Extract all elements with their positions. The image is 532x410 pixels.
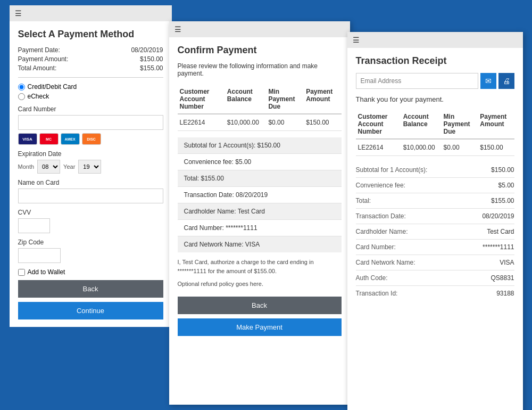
r-cardholder-row: Cardholder Name: Test Card <box>356 224 514 240</box>
r-cardnum-row: Card Number: *******1111 <box>356 240 514 255</box>
visa-logo: VISA <box>18 133 37 145</box>
email-input[interactable] <box>356 73 478 89</box>
radio-echeck-label: eCheck <box>28 93 49 100</box>
name-label: Name on Card <box>18 179 163 186</box>
wallet-checkbox[interactable] <box>18 269 25 276</box>
payment-type-group: Credit/Debit Card eCheck <box>18 83 163 100</box>
r-network-row: Card Network Name: VISA <box>356 255 514 270</box>
r-auth-row: Auth Code: QS8831 <box>356 270 514 286</box>
auth-text: I, Test Card, authorize a charge to the … <box>178 252 342 278</box>
hamburger-bar-2: ☰ <box>169 21 350 37</box>
total-amount-value: $155.00 <box>140 64 163 72</box>
total-row: Total: $155.00 <box>178 170 342 187</box>
radio-credit-label: Credit/Debit Card <box>28 83 77 91</box>
radio-echeck-input[interactable] <box>18 93 25 100</box>
r-date-row: Transaction Date: 08/20/2019 <box>356 209 514 224</box>
total-amount-row: Total Amount: $155.00 <box>18 64 163 72</box>
r-cell-balance: $10,000.00 <box>401 139 442 156</box>
wallet-row: Add to Wallet <box>18 268 163 276</box>
r-col-amount: Payment Amount <box>478 110 514 139</box>
r-cell-payment: $150.00 <box>478 139 514 156</box>
r-transid-row: Transaction Id: 93188 <box>356 286 514 301</box>
payment-date-value: 08/20/2019 <box>131 46 163 54</box>
col-amount: Payment Amount <box>304 85 341 114</box>
col-min: Min Payment Due <box>266 85 304 114</box>
payment-date-label: Payment Date: <box>18 46 60 54</box>
confirm-summary: Subtotal for 1 Account(s): $150.00 Conve… <box>178 137 342 252</box>
name-input[interactable] <box>18 188 163 203</box>
make-payment-button[interactable]: Make Payment <box>178 318 342 336</box>
hamburger-bar-1: ☰ <box>10 5 172 21</box>
zip-label: Zip Code <box>18 239 163 246</box>
cvv-input[interactable] <box>18 218 50 233</box>
total-amount-label: Total Amount: <box>18 64 57 72</box>
amex-logo: AMEX <box>61 133 80 145</box>
year-select[interactable]: 19 <box>78 160 101 174</box>
payment-amount-row: Payment Amount: $150.00 <box>18 55 163 63</box>
month-text: Month <box>18 163 35 170</box>
date-row: Transaction Date: 08/20/2019 <box>178 187 342 203</box>
refund-text: Optional refund policy goes here. <box>178 278 342 292</box>
cardholder-row: Cardholder Name: Test Card <box>178 203 342 220</box>
cell-payment: $150.00 <box>304 114 341 131</box>
cell-min: $0.00 <box>266 114 304 131</box>
r-col-balance: Account Balance <box>401 110 442 139</box>
radio-echeck[interactable]: eCheck <box>18 93 163 100</box>
col-balance: Account Balance <box>225 85 267 114</box>
confirm-payment-panel: ☰ Confirm Payment Please review the foll… <box>169 21 350 405</box>
panel1-title: Select A Payment Method <box>18 29 163 40</box>
payment-amount-label: Payment Amount: <box>18 55 69 63</box>
mastercard-logo: MC <box>39 133 59 145</box>
back-button-2[interactable]: Back <box>178 297 342 314</box>
month-select[interactable]: 08 <box>37 160 60 174</box>
fee-row: Convenience fee: $5.00 <box>178 154 342 170</box>
card-logos: VISA MC AMEX DISC <box>18 133 163 145</box>
r-cell-account: LE22614 <box>356 139 401 156</box>
cvv-label: CVV <box>18 209 163 216</box>
email-row: ✉ 🖨 <box>356 73 514 89</box>
r-col-min: Min Payment Due <box>442 110 478 139</box>
receipt-panel: ☰ Transaction Receipt ✉ 🖨 Thank you for … <box>347 32 523 410</box>
hamburger-icon-3[interactable]: ☰ <box>353 36 360 44</box>
r-col-account: Customer Account Number <box>356 110 401 139</box>
confirm-table: Customer Account Number Account Balance … <box>178 85 342 131</box>
r-subtotal-row: Subtotal for 1 Account(s): $150.00 <box>356 162 514 178</box>
expiration-label: Expiration Date <box>18 150 163 158</box>
card-number-label: Card Number <box>18 105 163 113</box>
hamburger-bar-3: ☰ <box>347 32 523 48</box>
divider-1 <box>18 77 163 78</box>
col-account: Customer Account Number <box>178 85 225 114</box>
subtotal-row: Subtotal for 1 Account(s): $150.00 <box>178 137 342 154</box>
r-cell-min: $0.00 <box>442 139 478 156</box>
radio-credit-card[interactable]: Credit/Debit Card <box>18 83 163 91</box>
continue-button[interactable]: Continue <box>18 302 163 319</box>
panel2-subtitle: Please review the following information … <box>178 62 342 77</box>
r-total-row: Total: $155.00 <box>356 193 514 209</box>
email-send-button[interactable]: ✉ <box>480 73 496 89</box>
panel3-title: Transaction Receipt <box>356 55 514 67</box>
card-number-input[interactable] <box>18 115 163 130</box>
radio-credit-input[interactable] <box>18 84 25 91</box>
panel2-title: Confirm Payment <box>178 45 342 56</box>
zip-input[interactable] <box>18 248 61 263</box>
cell-balance: $10,000.00 <box>225 114 267 131</box>
r-fee-row: Convenience fee: $5.00 <box>356 178 514 193</box>
hamburger-icon-2[interactable]: ☰ <box>174 26 181 33</box>
table-row: LE22614 $10,000.00 $0.00 $150.00 <box>178 114 342 131</box>
receipt-table: Customer Account Number Account Balance … <box>356 110 514 156</box>
cell-account: LE22614 <box>178 114 225 131</box>
year-text: Year <box>63 163 75 170</box>
receipt-summary: Subtotal for 1 Account(s): $150.00 Conve… <box>356 162 514 301</box>
payment-amount-value: $150.00 <box>140 55 163 63</box>
hamburger-icon-1[interactable]: ☰ <box>15 10 22 17</box>
payment-date-row: Payment Date: 08/20/2019 <box>18 46 163 54</box>
cardnum-row: Card Number: *******1111 <box>178 220 342 236</box>
network-row: Card Network Name: VISA <box>178 236 342 252</box>
print-button[interactable]: 🖨 <box>498 73 514 89</box>
wallet-label: Add to Wallet <box>28 268 65 276</box>
payment-method-panel: ☰ Select A Payment Method Payment Date: … <box>10 5 172 327</box>
back-button-1[interactable]: Back <box>18 280 163 298</box>
discover-logo: DISC <box>82 133 101 145</box>
receipt-table-row: LE22614 $10,000.00 $0.00 $150.00 <box>356 139 514 156</box>
thank-you-text: Thank you for your payment. <box>356 95 514 103</box>
